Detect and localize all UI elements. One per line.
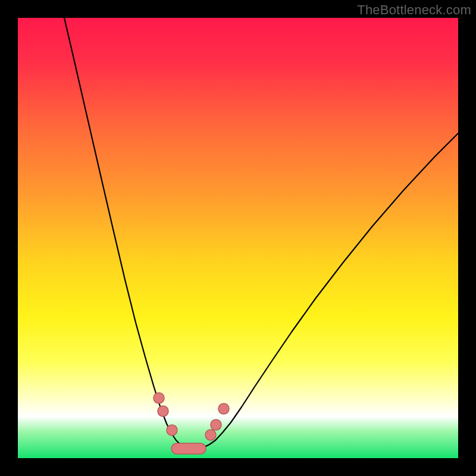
highlight-marker [154, 393, 164, 403]
highlight-marker [211, 419, 221, 430]
highlight-marker [218, 403, 229, 414]
optimal-band-marker [171, 443, 206, 454]
highlight-marker [158, 406, 168, 416]
plot-svg [18, 18, 458, 458]
plot-area [18, 18, 458, 458]
gradient-background [18, 18, 458, 458]
watermark-text: TheBottleneck.com [357, 2, 471, 18]
highlight-marker [205, 430, 216, 440]
chart-frame: TheBottleneck.com [0, 0, 476, 476]
highlight-marker [167, 425, 177, 436]
